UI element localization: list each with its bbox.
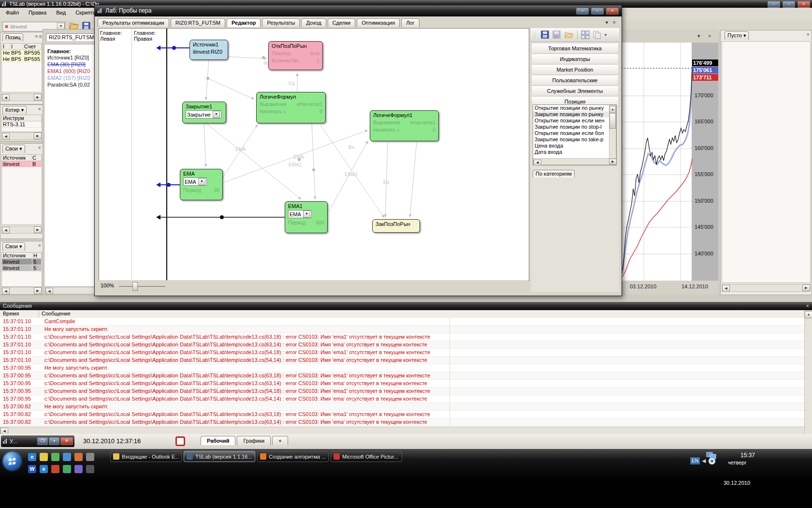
messages-v-scrollbar[interactable]: ▲ ▼ — [804, 310, 812, 435]
tab-menu-icon[interactable]: ▾ — [605, 19, 608, 26]
log-row[interactable]: 15:37:01.10Не могу запустить скрипт. — [0, 326, 804, 333]
task-button-1[interactable]: Входящие - Outlook E... — [110, 451, 182, 462]
palette-category-Торговая Математика[interactable]: Торговая Математика — [531, 44, 619, 54]
volume-icon[interactable] — [708, 457, 716, 465]
save-as-icon[interactable]: АЗ — [552, 30, 561, 39]
palette-item[interactable]: Закрытие позиции по take-p — [533, 136, 609, 143]
block-logic-formula[interactable]: ЛогичеФормул Выражениеema>ema1 Начинать … — [256, 92, 326, 123]
log-row[interactable]: 15:37:00.95c:\Documents and Settings\icc… — [0, 372, 804, 380]
tray-clock[interactable]: 15:37 — [740, 452, 755, 459]
log-row[interactable]: 15:37:00.82c:\Documents and Settings\icc… — [0, 411, 804, 418]
log-row[interactable]: 15:37:01.10CantCompile — [0, 318, 804, 326]
h-scrollbar[interactable]: ◀▶ — [1, 287, 42, 295]
minimize-button[interactable]: – — [576, 8, 589, 15]
log-row[interactable]: 15:37:01.10c:\Documents and Settings\icc… — [0, 349, 804, 357]
block-close1[interactable]: Закрытие1 Закрытие ▼ — [182, 102, 226, 123]
zoom-slider-track[interactable] — [119, 286, 165, 287]
block-dropdown[interactable]: EMA ▼ — [288, 210, 312, 218]
task-button-2[interactable]: TSLab (версия 1.1.16... — [184, 451, 255, 462]
log-row[interactable]: 15:37:00.95c:\Documents and Settings\icc… — [0, 395, 804, 403]
task-button-3[interactable]: Создание алгоритма ... — [257, 451, 329, 462]
minimize-button[interactable]: – — [768, 1, 780, 8]
palette-item[interactable]: Закрытие позиции по stop-l — [533, 124, 609, 130]
quick-launch-icon[interactable] — [51, 453, 59, 461]
quick-launch-icon[interactable] — [63, 465, 71, 473]
dialog-tab-4[interactable]: Результаты — [262, 18, 300, 27]
restore-button[interactable]: ❐ — [37, 437, 48, 445]
sources1-tab[interactable]: Свои ▾ — [2, 145, 25, 153]
close-icon[interactable]: × — [38, 242, 41, 248]
palette-category-Пользовательские[interactable]: Пользовательские — [531, 75, 619, 86]
palette-item[interactable]: Цена входа — [533, 143, 609, 149]
sources2-tab[interactable]: Свои ▾ — [2, 242, 25, 251]
close-button[interactable]: × — [798, 1, 810, 8]
h-scrollbar[interactable]: ◀▶ — [1, 93, 42, 101]
quick-launch-icon[interactable] — [51, 465, 59, 473]
close-button[interactable]: ✕ — [60, 437, 73, 445]
stop-icon[interactable] — [175, 436, 185, 446]
messages-log[interactable]: 15:37:01.10CantCompile15:37:01.10Не могу… — [0, 318, 804, 427]
layout-grid-icon[interactable] — [581, 30, 590, 39]
block-dropdown[interactable]: Закрытие ▼ — [186, 110, 221, 119]
dialog-tab-6[interactable]: Сделки — [328, 18, 356, 27]
workspace-tab-Рабочий[interactable]: Рабочий — [201, 436, 235, 445]
log-row[interactable]: 15:37:01.10c:\Documents and Settings\icc… — [0, 357, 804, 364]
quick-launch-icon[interactable]: e — [40, 465, 48, 473]
start-button[interactable] — [3, 452, 21, 470]
log-row[interactable]: 15:37:00.82c:\Documents and Settings\icc… — [0, 418, 804, 426]
col-header[interactable]: Инструм — [2, 115, 42, 121]
quick-launch-icon[interactable] — [63, 453, 71, 461]
palette-category-Market Position[interactable]: Market Position — [531, 65, 619, 75]
chevron-down-icon[interactable]: ▼ — [303, 210, 310, 218]
table-row[interactable]: RTS-3.11 — [2, 121, 42, 128]
empty-tab[interactable]: Пусто ▾ — [725, 31, 749, 40]
log-row[interactable]: 15:37:00.95c:\Documents and Settings\icc… — [0, 380, 804, 388]
menu-item-Правка[interactable]: Правка — [24, 8, 51, 17]
v-scrollbar[interactable]: ▲ — [609, 105, 616, 160]
col-header[interactable]: Н — [32, 253, 42, 259]
drag-handle[interactable]: ⋮ — [532, 32, 537, 38]
palette-item[interactable]: Закрытие позиции по рынку — [533, 111, 609, 118]
block-ema1[interactable]: EMA1 EMA ▼ Период600 — [285, 201, 328, 233]
table-row[interactable]: Не BP5 BP595 — [2, 56, 42, 62]
close-button[interactable]: × — [606, 8, 619, 15]
dialog-tab-3[interactable]: Редактор — [227, 18, 261, 27]
workspace-tab-Графики[interactable]: Графики — [237, 436, 271, 445]
pin-icon[interactable]: ≡ — [39, 33, 42, 39]
log-row[interactable]: 15:37:01.10c:\Documents and Settings\icc… — [0, 341, 804, 349]
quick-launch-icon[interactable]: W — [28, 465, 36, 473]
col-header[interactable]: Источник — [2, 253, 32, 259]
chevron-down-icon[interactable]: ▼ — [604, 33, 608, 37]
col-header-message[interactable]: Сообщение — [42, 311, 71, 316]
quick-launch-icon[interactable] — [40, 453, 48, 461]
col-header-time[interactable]: Время — [3, 311, 19, 316]
col-header[interactable]: Источник — [2, 155, 31, 161]
palette-item[interactable]: Открытие позиции если бол — [533, 130, 609, 136]
dialog-tab-5[interactable]: Доход — [301, 18, 326, 27]
quick-launch-icon[interactable] — [74, 465, 83, 473]
close-icon[interactable]: × — [38, 145, 41, 150]
maximize-button[interactable]: ▪ — [49, 437, 59, 445]
palette-bottom-tab[interactable]: По категориям — [533, 170, 575, 178]
minimized-window[interactable]: У... ❐ ▪ ✕ — [1, 435, 74, 447]
close-icon[interactable]: × — [35, 33, 38, 39]
open-icon[interactable] — [564, 30, 574, 39]
menu-item-Вид[interactable]: Вид — [51, 8, 71, 17]
menu-item-Файл[interactable]: Файл — [1, 8, 24, 17]
maximize-button[interactable]: ▫ — [591, 8, 604, 15]
script-editor-canvas[interactable]: Главное:Левая Главное:Правая — [99, 28, 529, 281]
log-row[interactable]: 15:37:00.82Не могу запустить скрипт. — [0, 403, 804, 411]
task-button-4[interactable]: Microsoft Office Pictur... — [331, 451, 402, 462]
h-scrollbar[interactable]: ◀ — [45, 287, 95, 294]
close-icon[interactable]: × — [38, 106, 41, 112]
palette-item[interactable]: Открытие позиции по рынку — [533, 105, 609, 111]
dialog-titlebar[interactable]: Лаб: Пробы пера – ▫ × — [95, 5, 622, 16]
col-header[interactable]: Счет — [23, 44, 42, 50]
workspace-tab-+[interactable]: + — [272, 436, 288, 445]
close-icon[interactable]: × — [613, 19, 616, 25]
log-row[interactable]: 15:37:01.10c:\Documents and Settings\icc… — [0, 333, 804, 341]
palette-listbox[interactable]: Открытие позиции по рынкуЗакрытие позици… — [533, 105, 617, 165]
block-source1[interactable]: Источник1 itinvest:RIZ0 — [189, 40, 228, 60]
h-scrollbar[interactable]: ◀▶ — [722, 284, 811, 292]
dialog-tab-2[interactable]: RIZ0:RTS_FUT:5M — [171, 18, 225, 27]
